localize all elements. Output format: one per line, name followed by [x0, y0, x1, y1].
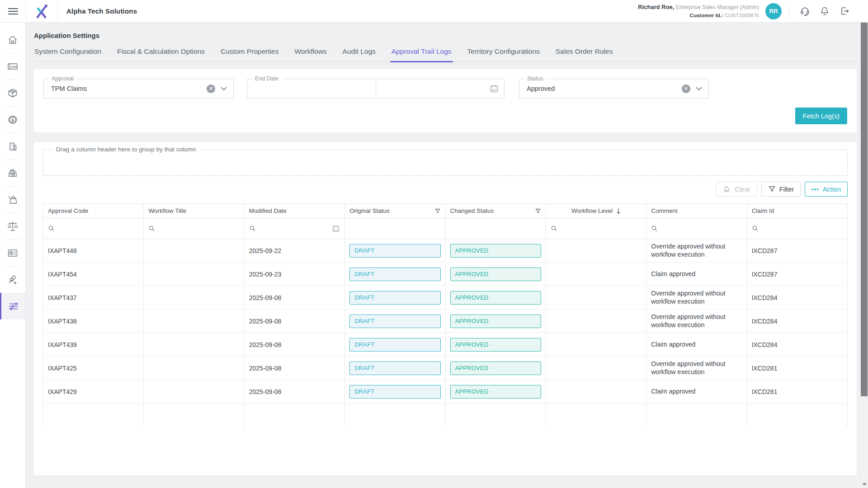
- sidebar-item-pos[interactable]: [0, 160, 25, 186]
- status-badge: APPROVED: [450, 314, 541, 328]
- filter-panel: Approval TPM Claims ✕ Start Date End Dat…: [34, 69, 857, 132]
- tab-sales-order-rules[interactable]: Sales Order Rules: [555, 47, 613, 61]
- sidebar-item-settings[interactable]: [0, 293, 25, 319]
- status-badge: APPROVED: [450, 291, 541, 305]
- sidebar-item-users[interactable]: [0, 266, 25, 293]
- column-header-workflow-level[interactable]: Workflow Level: [546, 204, 646, 218]
- approval-chevron-down-icon[interactable]: [221, 87, 227, 91]
- sidebar-item-crm[interactable]: CRM: [0, 53, 25, 80]
- svg-text:C: C: [15, 223, 17, 226]
- tab-audit-logs[interactable]: Audit Logs: [342, 47, 376, 61]
- scrollbar-thumb[interactable]: [861, 22, 868, 396]
- search-icon: [551, 225, 557, 232]
- search-cell-workflow-title[interactable]: [144, 218, 244, 239]
- tab-workflows[interactable]: Workflows: [294, 47, 327, 61]
- status-badge: DRAFT: [349, 361, 440, 375]
- user-name: Richard Roe,: [638, 4, 674, 10]
- scrollbar-down-arrow-icon[interactable]: [860, 481, 868, 488]
- column-filter-funnel-icon[interactable]: [535, 208, 541, 214]
- column-header-workflow-title[interactable]: Workflow Title: [144, 204, 244, 218]
- status-badge: DRAFT: [349, 244, 440, 258]
- clear-button-label: Clear: [735, 186, 750, 193]
- cell-approval-code: IXAPT454: [43, 263, 144, 286]
- approval-value: TPM Claims: [44, 85, 207, 92]
- clear-button[interactable]: Clear: [716, 182, 757, 197]
- status-chevron-down-icon[interactable]: [696, 87, 702, 91]
- sidebar-item-reports[interactable]: [0, 239, 25, 266]
- avatar[interactable]: RR: [765, 3, 782, 19]
- sidebar-item-finance[interactable]: $: [0, 106, 25, 133]
- cell-claim-id: IXCD284: [747, 310, 847, 333]
- cell-changed-status: APPROVED: [445, 357, 546, 380]
- cell-modified-date: 2025-09-08: [244, 333, 344, 357]
- table-row[interactable]: IXAPT4292025-09-08DRAFTAPPROVEDClaim app…: [43, 380, 848, 404]
- sidebar-item-purchases[interactable]: [0, 186, 25, 213]
- status-badge: APPROVED: [450, 267, 541, 281]
- status-badge: DRAFT: [349, 338, 440, 352]
- search-cell-claim-id[interactable]: [747, 218, 847, 239]
- cell-changed-status: APPROVED: [445, 239, 546, 263]
- status-clear-icon[interactable]: ✕: [682, 84, 690, 93]
- date-range-field[interactable]: Start Date End Date: [247, 79, 505, 99]
- cell-claim-id: IXCD281: [747, 357, 847, 380]
- cell-changed-status: APPROVED: [445, 263, 546, 286]
- cash-register-icon: [7, 168, 18, 178]
- sidebar-item-company[interactable]: [0, 133, 25, 160]
- group-by-dropzone[interactable]: Drag a column header here to group by th…: [43, 150, 848, 176]
- search-cell-modified-date[interactable]: [244, 218, 344, 239]
- logout-icon[interactable]: [835, 1, 854, 21]
- svg-text:$: $: [12, 117, 14, 122]
- cell-original-status: DRAFT: [345, 380, 445, 404]
- column-header-changed-status[interactable]: Changed Status: [445, 204, 546, 218]
- calendar-icon[interactable]: [490, 84, 499, 93]
- calendar-icon[interactable]: [332, 225, 340, 233]
- report-card-icon: [7, 248, 19, 258]
- approval-select[interactable]: Approval TPM Claims ✕: [43, 79, 234, 99]
- sidebar-item-home[interactable]: [0, 26, 25, 53]
- status-select[interactable]: Status Approved ✕: [519, 79, 709, 99]
- search-cell-workflow-level[interactable]: [546, 218, 646, 239]
- column-header-comment[interactable]: Comment: [646, 204, 747, 218]
- column-header-original-status[interactable]: Original Status: [345, 204, 445, 218]
- tab-fiscal-calculation-options[interactable]: Fiscal & Calculation Options: [117, 47, 205, 61]
- support-headset-icon[interactable]: [795, 1, 815, 21]
- table-row[interactable]: IXAPT4382025-09-08DRAFTAPPROVEDOverride …: [43, 310, 848, 333]
- table-row[interactable]: IXAPT4542025-09-23DRAFTAPPROVEDClaim app…: [43, 263, 848, 286]
- approval-logs-table: Approval Code Workflow Title Modified Da…: [43, 203, 848, 427]
- table-row[interactable]: IXAPT4482025-09-22DRAFTAPPROVEDOverride …: [43, 239, 848, 263]
- table-row[interactable]: IXAPT4252025-09-08DRAFTAPPROVEDOverride …: [43, 357, 848, 380]
- column-header-modified-date[interactable]: Modified Date: [244, 204, 344, 218]
- sidebar-item-ledger[interactable]: D C: [0, 213, 25, 239]
- sidebar-item-products[interactable]: [0, 80, 25, 106]
- table-row[interactable]: IXAPT4372025-09-08DRAFTAPPROVEDOverride …: [43, 286, 848, 310]
- filter-button[interactable]: Filter: [761, 182, 801, 197]
- search-cell-changed-status[interactable]: [445, 218, 546, 239]
- column-filter-funnel-icon[interactable]: [434, 208, 441, 214]
- app-logo[interactable]: [26, 0, 58, 23]
- cell-workflow-title: [144, 286, 244, 310]
- cell-comment: Override approved without workflow execu…: [646, 239, 747, 263]
- tab-custom-properties[interactable]: Custom Properties: [220, 47, 279, 61]
- fetch-logs-button[interactable]: Fetch Log(s): [795, 108, 847, 124]
- search-cell-comment[interactable]: [646, 218, 747, 239]
- table-row[interactable]: IXAPT4392025-09-08DRAFTAPPROVEDClaim app…: [43, 333, 848, 357]
- notifications-bell-icon[interactable]: [815, 1, 835, 21]
- sort-descending-arrow-icon[interactable]: [616, 208, 621, 214]
- search-cell-original-status[interactable]: [345, 218, 445, 239]
- cell-approval-code: IXAPT439: [43, 333, 144, 357]
- cell-claim-id: IXCD287: [747, 263, 847, 286]
- status-badge: APPROVED: [450, 244, 541, 258]
- hamburger-menu-icon[interactable]: [0, 6, 26, 16]
- tab-territory-configurations[interactable]: Territory Configurations: [467, 47, 540, 61]
- search-icon: [48, 225, 55, 232]
- search-cell-approval-code[interactable]: [43, 218, 144, 239]
- column-header-claim-id[interactable]: Claim Id: [747, 204, 847, 218]
- tab-approval-trail-logs[interactable]: Approval Trail Logs: [391, 47, 452, 61]
- column-header-approval-code[interactable]: Approval Code: [43, 204, 144, 218]
- vertical-scrollbar[interactable]: [860, 14, 868, 488]
- approval-clear-icon[interactable]: ✕: [207, 84, 215, 93]
- action-button[interactable]: ••• Action: [805, 182, 848, 197]
- tab-system-configuration[interactable]: System Configuration: [34, 47, 102, 61]
- status-badge: DRAFT: [349, 267, 440, 281]
- cell-workflow-level: [546, 286, 646, 310]
